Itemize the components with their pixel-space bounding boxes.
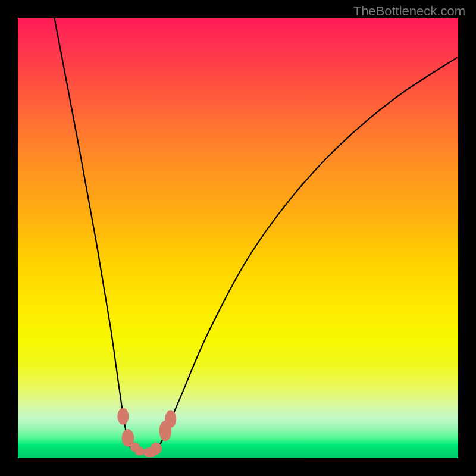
chart-area [18, 18, 458, 458]
watermark-text: TheBottleneck.com [353, 4, 465, 19]
curve-marker [151, 442, 162, 455]
bottleneck-curve-svg [18, 18, 458, 458]
curve-markers [117, 408, 176, 458]
bottleneck-curve-path [54, 18, 458, 453]
curve-marker [117, 408, 129, 425]
curve-marker [165, 410, 176, 428]
curve-marker [134, 447, 144, 456]
